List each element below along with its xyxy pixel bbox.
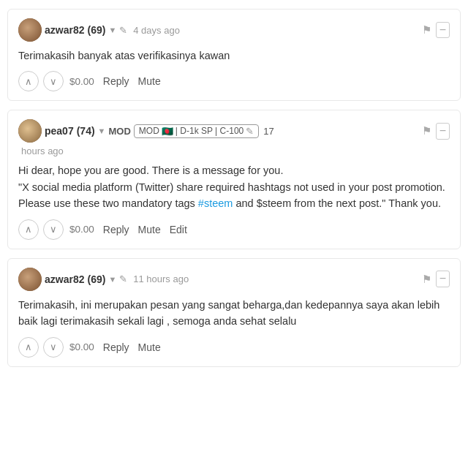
- comment-body-2: Hi dear, hope you are good. There is a m…: [18, 162, 450, 211]
- avatar-image-3: [18, 268, 42, 291]
- comment-header-2: pea07 (74) ▼ MOD MOD 🇧🇩 | D-1k SP | C-10…: [18, 119, 450, 156]
- upvote-btn-1[interactable]: ∧: [18, 71, 39, 91]
- reputation-2: (74): [77, 125, 95, 137]
- amount-3: $0.00: [69, 341, 94, 352]
- mod-badge-text: MOD: [139, 126, 159, 136]
- comment-card-1: azwar82 (69) ▼ ✎ 4 days ago ⚑ − Terimaka…: [7, 9, 461, 101]
- edit-link-2[interactable]: Edit: [170, 224, 187, 235]
- num-badge-2: 17: [263, 126, 273, 137]
- timestamp-3: 11 hours ago: [133, 273, 189, 284]
- dropdown-arrow-1[interactable]: ▼: [108, 26, 116, 34]
- reputation-3: (69): [87, 273, 105, 285]
- header-right-3: ⚑ −: [422, 271, 450, 287]
- timestamp-1: 4 days ago: [133, 25, 180, 36]
- header-right-1: ⚑ −: [422, 22, 450, 39]
- comment-actions-2: ∧ ∨ $0.00 Reply Mute Edit: [18, 219, 450, 240]
- reply-link-3[interactable]: Reply: [103, 341, 129, 353]
- upvote-btn-3[interactable]: ∧: [18, 337, 39, 358]
- mute-link-2[interactable]: Mute: [138, 224, 161, 235]
- mod-edit-icon[interactable]: ✎: [246, 126, 254, 137]
- dropdown-arrow-3[interactable]: ▼: [108, 275, 116, 284]
- collapse-icon-2[interactable]: −: [436, 123, 450, 140]
- username-3[interactable]: azwar82: [45, 273, 84, 285]
- edit-icon-3[interactable]: ✎: [119, 273, 127, 284]
- downvote-btn-3[interactable]: ∨: [43, 337, 64, 358]
- mod-badge-2: MOD 🇧🇩 | D-1k SP | C-100 ✎: [134, 124, 259, 138]
- avatar-image-1: [18, 18, 42, 42]
- flag-icon-3[interactable]: ⚑: [422, 273, 431, 286]
- hashtag-steem[interactable]: #steem: [198, 197, 233, 209]
- comment-actions-3: ∧ ∨ $0.00 Reply Mute: [18, 337, 450, 358]
- dropdown-arrow-2[interactable]: ▼: [98, 126, 106, 135]
- bangladesh-flag: 🇧🇩: [162, 126, 173, 137]
- comment-actions-1: ∧ ∨ $0.00 Reply Mute: [18, 71, 450, 91]
- avatar-3: [18, 268, 42, 291]
- avatar-1: [18, 18, 42, 42]
- header-right-2: ⚑ −: [422, 123, 450, 140]
- timestamp-2: hours ago: [21, 146, 64, 156]
- reputation-1: (69): [87, 24, 105, 36]
- edit-icon-1[interactable]: ✎: [119, 25, 127, 36]
- flag-icon-1[interactable]: ⚑: [422, 23, 431, 37]
- reply-link-1[interactable]: Reply: [103, 75, 129, 87]
- comment-body-3: Terimakasih, ini merupakan pesan yang sa…: [18, 297, 450, 330]
- flag-icon-2[interactable]: ⚑: [422, 124, 431, 137]
- username-2[interactable]: pea07: [45, 125, 74, 137]
- upvote-btn-2[interactable]: ∧: [18, 219, 39, 240]
- collapse-icon-1[interactable]: −: [436, 22, 450, 39]
- comment-header-1: azwar82 (69) ▼ ✎ 4 days ago ⚑ −: [18, 18, 450, 42]
- comment-card-3: azwar82 (69) ▼ ✎ 11 hours ago ⚑ − Terima…: [7, 258, 461, 367]
- mod-label-2: MOD: [109, 126, 131, 137]
- username-1[interactable]: azwar82: [45, 24, 84, 36]
- amount-1: $0.00: [69, 76, 94, 87]
- header-row-2: pea07 (74) ▼ MOD MOD 🇧🇩 | D-1k SP | C-10…: [18, 119, 450, 143]
- reply-link-2[interactable]: Reply: [103, 224, 129, 235]
- collapse-icon-3[interactable]: −: [436, 271, 450, 287]
- avatar-image-2: [18, 119, 42, 143]
- downvote-btn-2[interactable]: ∨: [43, 219, 64, 240]
- mod-badge-sp: | D-1k SP | C-100: [176, 126, 244, 136]
- comment-body-1: Terimakasih banyak atas verifikasinya ka…: [18, 48, 450, 64]
- comment-card-2: pea07 (74) ▼ MOD MOD 🇧🇩 | D-1k SP | C-10…: [7, 110, 461, 249]
- amount-2: $0.00: [69, 224, 94, 235]
- mute-link-1[interactable]: Mute: [138, 75, 161, 87]
- mute-link-3[interactable]: Mute: [138, 341, 161, 353]
- downvote-btn-1[interactable]: ∨: [43, 71, 64, 91]
- avatar-2: [18, 119, 42, 143]
- comment-header-3: azwar82 (69) ▼ ✎ 11 hours ago ⚑ −: [18, 268, 450, 291]
